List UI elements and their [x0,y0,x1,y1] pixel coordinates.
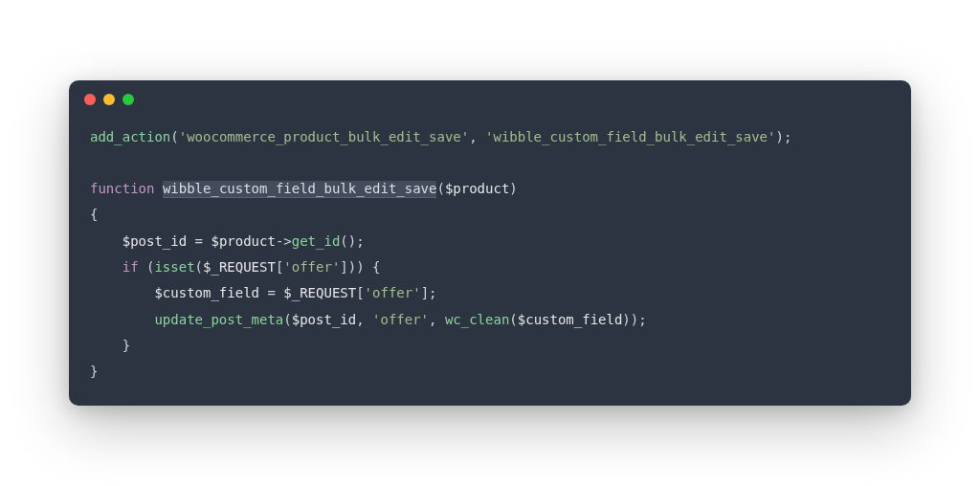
paren-open: ( [195,259,203,275]
code-window: add_action('woocommerce_product_bulk_edi… [69,80,911,407]
assign: = [259,285,283,300]
bracket-open: [ [356,285,364,300]
comma: , [356,312,372,327]
variable: $custom_field [154,285,259,300]
indent [90,285,154,300]
paren-close: ) [348,259,356,275]
bracket-close: ] [340,259,347,275]
block-open: ) { [356,259,380,275]
fn-call: update_post_meta [154,312,283,327]
paren-open: ( [436,181,444,196]
line-end: ); [631,312,647,327]
variable: $post_id [122,233,187,249]
zoom-icon[interactable] [122,94,134,105]
paren-close: ) [509,181,517,196]
minimize-icon[interactable] [103,94,115,105]
close-icon[interactable] [84,94,96,105]
line-end: ); [775,129,791,144]
keyword-if: if [122,259,139,275]
string-key: 'offer' [283,259,340,275]
paren: ( [170,129,178,144]
paren-close: ) [622,312,630,327]
bracket-close: ]; [421,285,437,300]
fn-call: add_action [90,129,170,144]
function-name: wibble_custom_field_bulk_edit_save [163,181,437,198]
string-literal: 'wibble_custom_field_bulk_edit_save' [485,129,775,144]
paren-open: ( [509,312,517,327]
space [154,181,162,196]
fn-isset: isset [154,259,194,275]
assign: = [187,233,211,249]
arg: $custom_field [518,312,623,327]
arrow: -> [276,233,292,249]
brace-close: } [90,364,98,379]
comma: , [469,129,485,144]
fn-call: wc_clean [445,312,509,327]
indent [90,312,154,327]
comma: , [429,312,445,327]
indent [90,233,122,249]
superglobal: $_REQUEST [283,285,356,300]
call-end: (); [340,233,364,249]
variable: $product [211,233,275,249]
paren-open: ( [283,312,291,327]
brace-open: { [90,207,98,222]
parameter: $product [445,181,509,196]
indent [90,338,122,353]
paren: ( [139,259,155,275]
string-key: 'offer' [365,285,421,300]
arg: $post_id [292,312,356,327]
keyword-function: function [90,181,154,196]
method-call: get_id [292,233,341,249]
superglobal: $_REQUEST [203,259,276,275]
indent [90,259,122,275]
string-literal: 'woocommerce_product_bulk_edit_save' [179,129,469,144]
code-content: add_action('woocommerce_product_bulk_edi… [69,113,911,407]
brace-close: } [122,338,130,353]
title-bar [69,80,911,113]
string-literal: 'offer' [372,312,429,327]
